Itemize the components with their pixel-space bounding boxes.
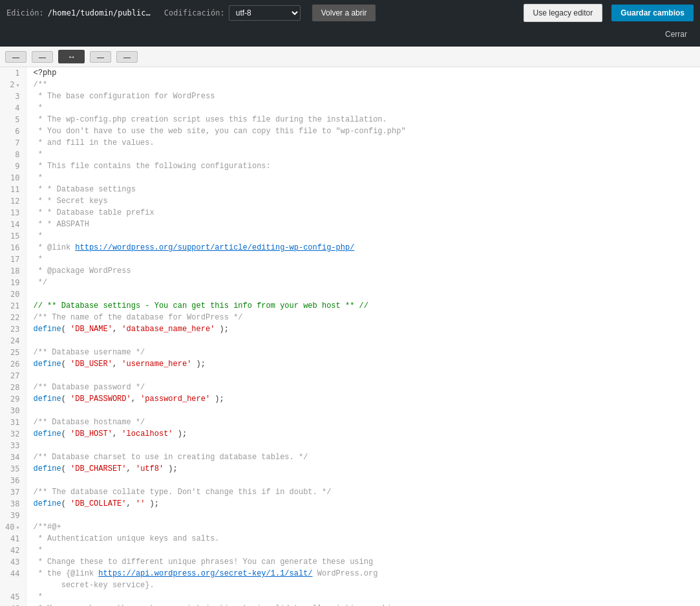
table-row [33,440,700,451]
line-number: 28 [5,382,19,393]
table-row [33,475,700,486]
table-row: define( 'DB_CHARSET', 'utf8' ); [33,463,700,475]
line-number: 37 [5,486,19,498]
table-row: /** Database username */ [33,347,700,358]
line-number: 42 [5,545,19,556]
line-number [5,579,19,591]
line-number: 18 [5,265,19,277]
line-number: 35 [5,463,19,475]
table-row [33,370,700,382]
line-number: 25 [5,347,19,358]
line-number: 41 [5,533,19,545]
close-button[interactable]: Cerrar [659,26,694,43]
table-row: * You can change these at any point in t… [33,603,700,606]
table-row [33,510,700,521]
topbar-btn-3[interactable]: — [90,51,111,63]
table-row: * Change these to different unique phras… [33,556,700,568]
table-row: * [33,172,700,184]
line-number: 21 [5,300,19,312]
table-row: * @package WordPress [33,265,700,277]
table-row: * The base configuration for WordPress [33,91,700,102]
table-row: define( 'DB_PASSWORD', 'password_here' )… [33,393,700,405]
table-row: * Authentication unique keys and salts. [33,533,700,545]
line-number: 15 [5,230,19,242]
line-number: 12 [5,195,19,207]
editor-container: 12▾3456789101112131415161718192021222324… [0,67,700,606]
line-number: 19 [5,277,19,288]
edition-path: /home1/tudomin/public_h [48,8,151,17]
table-row: * * ABSPATH [33,219,700,230]
line-number: 7 [5,137,19,149]
line-number: 16 [5,242,19,254]
table-row: define( 'DB_COLLATE', '' ); [33,498,700,510]
line-number: 31 [5,417,19,428]
line-number: 23 [5,323,19,335]
table-row: // ** Database settings - You can get th… [33,300,700,312]
table-row: /** Database hostname */ [33,417,700,428]
table-row: /**#@+ [33,521,700,533]
topbar-btn-2[interactable]: — [32,51,53,63]
reopen-button[interactable]: Volver a abrir [312,5,376,21]
editor-topbar: — — ↔ — — [0,47,700,67]
table-row: * [33,102,700,114]
table-row: * the {@link https://api.wordpress.org/s… [33,568,700,579]
line-number: 46 [5,603,19,606]
table-row: /** The name of the database for WordPre… [33,312,700,323]
table-row: */ [33,277,700,288]
table-row: * * Database settings [33,184,700,195]
table-row: /** Database charset to use in creating … [33,451,700,463]
line-number: 8 [5,149,19,160]
line-number: 30 [5,405,19,417]
toggle-fullwidth-button[interactable]: ↔ [58,50,85,63]
table-row: define( 'DB_HOST', 'localhost' ); [33,428,700,440]
line-number: 32 [5,428,19,440]
line-number: 4 [5,102,19,114]
line-number: 5 [5,114,19,125]
legacy-editor-button[interactable]: Use legacy editor [524,4,603,22]
table-row: define( 'DB_NAME', 'database_name_here' … [33,323,700,335]
line-number: 6 [5,125,19,137]
toolbar-right: Use legacy editor Guardar cambios [524,4,700,22]
table-row: * * Secret keys [33,195,700,207]
line-number: 11 [5,184,19,195]
table-row: * and fill in the values. [33,137,700,149]
table-row: * You don't have to use the web site, yo… [33,125,700,137]
line-number: 24 [5,335,19,347]
table-row: /** The database collate type. Don't cha… [33,486,700,498]
line-number: 39 [5,510,19,521]
line-numbers: 12▾3456789101112131415161718192021222324… [0,67,27,606]
line-number: 33 [5,440,19,451]
line-number: 20 [5,288,19,300]
table-row: /** Database password */ [33,382,700,393]
line-number: 26 [5,358,19,370]
line-number: 36 [5,475,19,486]
topbar-btn-4[interactable]: — [116,51,138,63]
save-button[interactable]: Guardar cambios [611,5,694,21]
line-number: 9 [5,160,19,172]
line-number: 27 [5,370,19,382]
line-number: 14 [5,219,19,230]
table-row [33,335,700,347]
table-row: <?php [33,67,700,79]
topbar-btn-1[interactable]: — [5,51,27,63]
line-number: 29 [5,393,19,405]
line-number: 2▾ [5,79,19,91]
line-number: 44 [5,568,19,579]
line-number: 10 [5,172,19,184]
line-number: 13 [5,207,19,219]
codification-section: Codificación: utf-8 utf-16 iso-8859-1 wi… [158,0,307,26]
table-row: * [33,149,700,160]
codification-select[interactable]: utf-8 utf-16 iso-8859-1 windows-1252 [229,5,301,21]
second-row: Cerrar [0,26,700,47]
line-number: 22 [5,312,19,323]
line-number: 38 [5,498,19,510]
line-number: 40▾ [5,521,19,533]
code-content[interactable]: <?php/** * The base configuration for Wo… [27,67,700,606]
line-number: 45 [5,591,19,603]
table-row [33,405,700,417]
codification-label: Codificación: [164,8,225,17]
edition-section: Edición: /home1/tudomin/public_h [0,0,158,26]
line-number: 3 [5,91,19,102]
table-row: * * Database table prefix [33,207,700,219]
line-number: 43 [5,556,19,568]
